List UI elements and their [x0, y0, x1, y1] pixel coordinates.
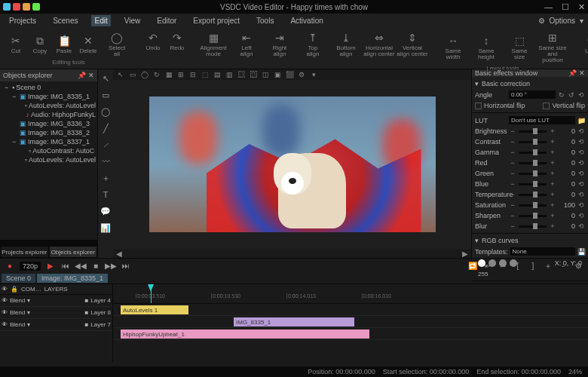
close-icon[interactable]: ✕ [578, 2, 585, 12]
marker-in-icon[interactable]: [ [513, 261, 523, 271]
saturation-slider[interactable] [519, 204, 547, 207]
playhead[interactable] [151, 284, 152, 303]
tooltip-tool-icon[interactable]: 💬 [100, 205, 112, 217]
slider-dec-icon[interactable]: − [509, 212, 516, 219]
object-tree[interactable]: −▪ Scene 0−▣ Image: IMG_8335_1▫ AutoLeve… [0, 81, 97, 240]
lock-icon[interactable]: 🔒 [11, 286, 18, 293]
up-button[interactable]: ↑Up [577, 30, 588, 57]
canvas-tool-4[interactable]: ▦ [164, 70, 173, 79]
slider-dec-icon[interactable]: − [509, 149, 516, 156]
slider-inc-icon[interactable]: + [549, 212, 556, 219]
options-label[interactable]: Options [550, 17, 575, 25]
explorer-tab[interactable]: Projects explorer [0, 246, 49, 258]
bottom-align-button[interactable]: ⤓Bottom align [330, 30, 362, 57]
canvas-tool-2[interactable]: ◯ [140, 70, 149, 79]
timeline-clip[interactable]: IMG_8335_1 [234, 317, 354, 326]
circle-tool-icon[interactable]: ◯ [100, 106, 112, 118]
horiz-center-button[interactable]: ⇔Horizontal align center [363, 30, 395, 57]
tree-node[interactable]: ♪ Audio: HiphopFunkyL [2, 110, 96, 119]
red-slider[interactable] [519, 162, 547, 164]
undefined-button[interactable]: ↶Undo [142, 30, 164, 51]
scrollbar-horizontal[interactable] [0, 240, 97, 246]
slider-inc-icon[interactable]: + [549, 138, 556, 146]
slider-inc-icon[interactable]: + [549, 159, 556, 167]
slider-reset-icon[interactable]: ⟲ [577, 170, 585, 177]
tree-node[interactable]: ▫ AutoLevels: AutoLevel [2, 155, 96, 164]
sharpen-slider[interactable] [519, 215, 547, 217]
effects-close-icon[interactable]: ✕ [579, 69, 585, 77]
video-preview[interactable] [113, 80, 471, 249]
cut-button[interactable]: ✂Cut [5, 30, 27, 57]
step-back-icon[interactable]: ◀◀ [75, 261, 86, 271]
right-align-button[interactable]: ⇥Right align [264, 30, 296, 57]
paste-button[interactable]: 📋Paste [53, 30, 75, 57]
gamma-slider[interactable] [519, 152, 547, 154]
slider-reset-icon[interactable]: ⟲ [577, 159, 585, 167]
layer-name[interactable]: Layer 7 [90, 321, 111, 328]
tree-node[interactable]: ▣ Image: IMG_8338_2 [2, 128, 96, 137]
chart-tool-icon[interactable]: 📊 [100, 222, 112, 234]
rgb-curves-header[interactable]: ▾ RGB curves [475, 235, 585, 246]
line-tool-icon[interactable]: ╱ [100, 122, 112, 134]
effects-pin-icon[interactable]: 📌 [568, 69, 577, 77]
menu-view[interactable]: View [121, 15, 144, 26]
same-width-button[interactable]: ↔Same width [437, 30, 469, 63]
same-height-button[interactable]: ↕Same height [470, 30, 502, 63]
slider-inc-icon[interactable]: + [549, 222, 556, 230]
menu-projects[interactable]: Projects [6, 15, 39, 26]
chevron-down-icon[interactable]: ▾ [27, 321, 30, 328]
canvas-tool-15[interactable]: ⚙ [297, 70, 306, 79]
same-size-button[interactable]: ⬚Same size [504, 30, 535, 63]
slider-reset-icon[interactable]: ⟲ [577, 149, 585, 156]
curve-template-select[interactable]: None [510, 247, 575, 256]
select-all-button[interactable]: ◯Select all [101, 30, 133, 57]
menu-export-project[interactable]: Export project [190, 15, 243, 26]
tree-node[interactable]: ▣ Image: IMG_8336_3 [2, 119, 96, 128]
scene-tab[interactable]: Scene 0 [2, 274, 35, 283]
zoom-in-icon[interactable]: ＋ [543, 261, 553, 271]
zoom-out-icon[interactable]: － [558, 261, 568, 271]
rotate-ccw-icon[interactable]: ↺ [568, 91, 575, 99]
slider-reset-icon[interactable]: ⟲ [577, 212, 585, 219]
timeline-track[interactable]: HiphopFunkyUpbeat_1 [113, 328, 588, 340]
slider-dec-icon[interactable]: − [509, 222, 516, 230]
hflip-checkbox[interactable] [475, 103, 482, 109]
timeline-clip[interactable]: AutoLevels 1 [121, 305, 188, 314]
lut-select[interactable]: Don't use LUT [509, 116, 575, 124]
green-slider[interactable] [519, 173, 547, 175]
slider-inc-icon[interactable]: + [549, 191, 556, 198]
settings-icon[interactable]: ⚙ [573, 261, 583, 271]
rotate-cw-icon[interactable]: ↻ [558, 91, 565, 99]
scroll-left-icon[interactable]: ◀ [116, 250, 122, 258]
canvas-tool-1[interactable]: ▭ [128, 70, 137, 79]
layer-visibility-icon[interactable]: 👁 [2, 297, 8, 304]
tree-node[interactable]: ▫ AutoLevels: AutoLevel [2, 101, 96, 110]
slider-inc-icon[interactable]: + [549, 127, 556, 135]
record-icon[interactable]: ● [5, 261, 15, 271]
canvas-tool-0[interactable]: ↖ [116, 70, 125, 79]
next-frame-icon[interactable]: ⏭ [121, 261, 131, 271]
slider-dec-icon[interactable]: − [509, 127, 516, 135]
slider-reset-icon[interactable]: ⟲ [577, 180, 585, 188]
brightness-slider[interactable] [519, 130, 547, 133]
polyline-tool-icon[interactable]: ⟋ [100, 139, 112, 151]
tree-node[interactable]: −▣ Image: IMG_8337_1 [2, 137, 96, 146]
slider-inc-icon[interactable]: + [549, 201, 556, 209]
text-tool-icon[interactable]: T [100, 188, 112, 201]
scroll-right-icon[interactable]: ▶ [462, 250, 468, 258]
layer-color-icon[interactable]: ■ [84, 297, 88, 304]
menu-editor[interactable]: Editor [154, 15, 179, 26]
chevron-down-icon[interactable]: ▾ [27, 309, 30, 316]
menu-scenes[interactable]: Scenes [50, 15, 81, 26]
tl-hdr-layers[interactable]: LAYERS [44, 286, 68, 293]
tree-node[interactable]: ▫ AutoContrast: AutoC [2, 146, 96, 155]
canvas-tool-8[interactable]: ▤ [213, 70, 222, 79]
canvas-tool-6[interactable]: ⊟ [188, 70, 198, 79]
panel-close-icon[interactable]: ✕ [88, 72, 94, 79]
canvas-tool-12[interactable]: ◫ [261, 70, 270, 79]
cursor-tool-icon[interactable]: ↖ [100, 72, 112, 84]
slider-dec-icon[interactable]: − [509, 201, 516, 209]
canvas-tool-7[interactable]: ⬚ [201, 70, 210, 79]
delete-button[interactable]: ✕Delete [77, 30, 100, 57]
eye-icon[interactable]: 👁 [2, 286, 8, 293]
